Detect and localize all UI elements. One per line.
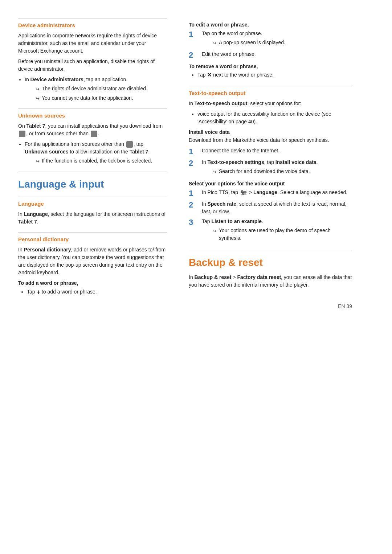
device-admin-arrow2: ↪ You cannot sync data for the applicati… bbox=[36, 94, 167, 102]
tts-step1-text: Connect the device to the Internet. bbox=[202, 148, 279, 153]
language-para1: In Language, select the language for the… bbox=[18, 210, 167, 226]
divider-language bbox=[18, 197, 167, 197]
device-admin-arrow1: ↪ The rights of device administrator are… bbox=[36, 85, 167, 93]
tts-step2-content: In Text-to-speech settings, tap Install … bbox=[202, 159, 352, 177]
unknown-sources-arrow1: ↪ If the function is enabled, the tick b… bbox=[36, 157, 167, 165]
sel-step3-container: 3 Tap Listen to an example. ↪ Your optio… bbox=[189, 218, 352, 243]
arrow-icon-6: ↪ bbox=[213, 227, 217, 235]
to-remove-bullets: Tap ✕ next to the word or phrase. bbox=[197, 71, 352, 79]
language-section: Language In Language, select the languag… bbox=[18, 197, 167, 226]
unknown-sources-para1: On Tablet 7, you can install application… bbox=[18, 122, 167, 138]
tts-step1-num: 1 bbox=[189, 147, 200, 156]
sel-step1-content: In Pico TTS, tap > Language. Select a la… bbox=[202, 189, 352, 196]
sel-step2-container: 2 In Speech rate, select a speed at whic… bbox=[189, 200, 352, 216]
edit-step1-container: 1 Tap on the word or phrase. ↪ A pop-up … bbox=[189, 30, 352, 48]
page-number: EN 39 bbox=[189, 303, 352, 309]
sel-step2-content: In Speech rate, select a speed at which … bbox=[202, 200, 352, 216]
to-add-bullet: Tap + to add a word or phrase. bbox=[27, 287, 167, 297]
svg-point-4 bbox=[244, 192, 246, 193]
backup-reset-section: Backup & reset In Backup & reset > Facto… bbox=[189, 250, 352, 289]
to-edit-section: To edit a word or phrase, 1 Tap on the w… bbox=[189, 22, 352, 79]
sel-step3-num: 3 bbox=[189, 218, 200, 227]
edit-step1-text: Tap on the word or phrase. bbox=[202, 30, 262, 36]
unknown-sources-title: Unknown sources bbox=[18, 112, 167, 120]
tts-step2-num: 2 bbox=[189, 159, 200, 168]
edit-step2-text: Edit the word or phrase. bbox=[202, 51, 256, 57]
sel-step3-arrow: ↪ Your options are used to play the demo… bbox=[213, 227, 352, 242]
tts-para1: In Text-to-speech output, select your op… bbox=[189, 100, 352, 107]
unknown-sources-bullets: For the applications from sources other … bbox=[25, 140, 167, 165]
left-column: Device administrators Applications in co… bbox=[0, 15, 178, 539]
device-admin-arrow1-text: The rights of device administrator are d… bbox=[42, 85, 147, 93]
edit-step1-content: Tap on the word or phrase. ↪ A pop-up sc… bbox=[202, 30, 352, 48]
divider-device-admin bbox=[18, 18, 167, 19]
device-administrators-title: Device administrators bbox=[18, 22, 167, 30]
device-administrators-section: Device administrators Applications in co… bbox=[18, 18, 167, 102]
right-column: To edit a word or phrase, 1 Tap on the w… bbox=[178, 15, 370, 539]
personal-dictionary-title: Personal dictionary bbox=[18, 236, 167, 244]
svg-point-5 bbox=[242, 193, 244, 195]
edit-arrow1-text: A pop-up screen is displayed. bbox=[219, 39, 285, 46]
tts-step2-arrow-text: Search for and download the voice data. bbox=[219, 168, 310, 175]
edit-step2-content: Edit the word or phrase. bbox=[202, 50, 352, 58]
sel-step3-arrow-text: Your options are used to play the demo o… bbox=[219, 227, 352, 242]
select-options-label: Select your options for the voice output bbox=[189, 181, 352, 186]
market-icon bbox=[19, 131, 25, 137]
tts-step2-arrow: ↪ Search for and download the voice data… bbox=[213, 168, 352, 176]
language-title: Language bbox=[18, 201, 167, 208]
to-add-bullets: Tap + to add a word or phrase. bbox=[27, 287, 167, 297]
to-remove-label: To remove a word or phrase, bbox=[189, 63, 352, 69]
to-remove-bullet: Tap ✕ next to the word or phrase. bbox=[197, 71, 352, 79]
device-admin-bullets: In Device administrators, tap an applica… bbox=[25, 76, 167, 102]
backup-reset-big-title: Backup & reset bbox=[189, 257, 352, 268]
svg-point-3 bbox=[241, 190, 243, 192]
sel-step2-num: 2 bbox=[189, 200, 200, 210]
divider-tts bbox=[189, 86, 352, 86]
edit-step1-num: 1 bbox=[189, 30, 200, 39]
install-para-mid: the voice data for speech synthesis. bbox=[248, 137, 329, 143]
tts-bullets: voice output for the accessibility funct… bbox=[197, 110, 352, 126]
arrow-icon-5: ↪ bbox=[213, 168, 217, 176]
language-input-big-title: Language & input bbox=[18, 178, 167, 190]
settings-icon bbox=[240, 189, 247, 196]
tts-step1-content: Connect the device to the Internet. bbox=[202, 147, 352, 155]
tts-step1-container: 1 Connect the device to the Internet. bbox=[189, 147, 352, 156]
tts-section: Text-to-speech output In Text-to-speech … bbox=[189, 86, 352, 243]
arrow-icon-1: ↪ bbox=[36, 86, 40, 93]
sel-step1-num: 1 bbox=[189, 189, 200, 198]
language-input-section: Language & input bbox=[18, 172, 167, 190]
edit-step2-num: 2 bbox=[189, 50, 200, 60]
backup-reset-para1: In Backup & reset > Factory data reset, … bbox=[189, 274, 352, 289]
divider-personal-dict bbox=[18, 232, 167, 233]
device-admin-bullet1: In Device administrators, tap an applica… bbox=[25, 76, 167, 102]
arrow-icon-2: ↪ bbox=[36, 95, 40, 102]
divider-lang-input bbox=[18, 172, 167, 172]
tts-title: Text-to-speech output bbox=[189, 90, 352, 98]
edit-step2-container: 2 Edit the word or phrase. bbox=[189, 50, 352, 60]
install-para: Download from the Marketthe voice data f… bbox=[189, 136, 352, 144]
to-add-label: To add a word or phrase, bbox=[18, 280, 167, 286]
device-admin-para1: Applications in corporate networks requi… bbox=[18, 32, 167, 55]
tts-step2-container: 2 In Text-to-speech settings, tap Instal… bbox=[189, 159, 352, 177]
divider-backup-reset bbox=[189, 250, 352, 250]
tts-bullet1: voice output for the accessibility funct… bbox=[197, 110, 352, 126]
market-icon-3 bbox=[126, 141, 133, 148]
market-icon-2 bbox=[91, 131, 97, 137]
device-admin-para2: Before you uninstall such an application… bbox=[18, 58, 167, 73]
sel-step1-container: 1 In Pico TTS, tap > Language. S bbox=[189, 189, 352, 198]
edit-arrow1: ↪ A pop-up screen is displayed. bbox=[213, 39, 352, 47]
personal-dictionary-section: Personal dictionary In Personal dictiona… bbox=[18, 232, 167, 297]
to-edit-label: To edit a word or phrase, bbox=[189, 22, 352, 28]
unknown-sources-arrow1-text: If the function is enabled, the tick box… bbox=[42, 157, 152, 165]
unknown-sources-section: Unknown sources On Tablet 7, you can ins… bbox=[18, 108, 167, 165]
sel-step3-content: Tap Listen to an example. ↪ Your options… bbox=[202, 218, 352, 243]
device-admin-arrow2-text: You cannot sync data for the application… bbox=[42, 94, 133, 102]
personal-dictionary-para1: In Personal dictionary, add or remove wo… bbox=[18, 246, 167, 276]
install-voice-label: Install voice data bbox=[189, 129, 352, 135]
divider-unknown-sources bbox=[18, 108, 167, 109]
arrow-icon-3: ↪ bbox=[36, 158, 40, 165]
unknown-sources-bullet1: For the applications from sources other … bbox=[25, 140, 167, 165]
arrow-icon-4: ↪ bbox=[213, 40, 217, 47]
